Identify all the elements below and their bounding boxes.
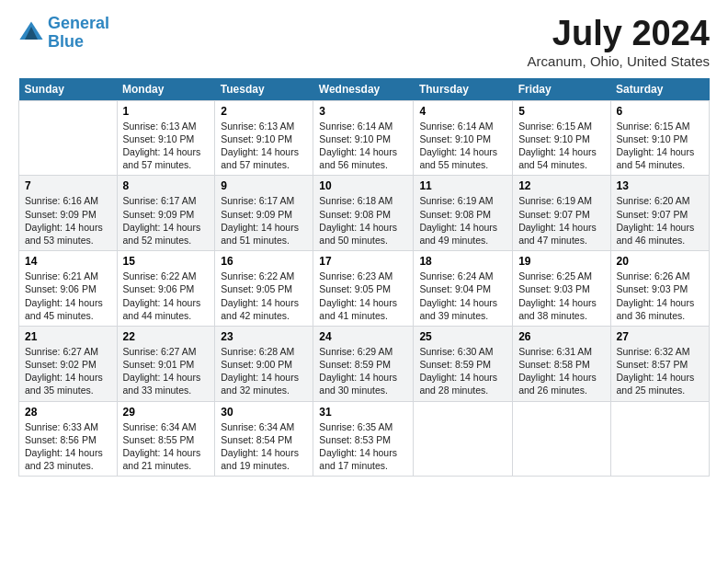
day-number: 1 — [123, 105, 210, 118]
logo-blue: Blue — [48, 32, 84, 51]
week-row-5: 28Sunrise: 6:33 AMSunset: 8:56 PMDayligh… — [19, 401, 710, 477]
day-number: 25 — [419, 330, 506, 343]
calendar-cell — [513, 401, 610, 477]
calendar-cell: 23Sunrise: 6:28 AMSunset: 9:00 PMDayligh… — [215, 326, 313, 401]
day-number: 18 — [419, 255, 506, 268]
calendar-cell: 25Sunrise: 6:30 AMSunset: 8:59 PMDayligh… — [414, 326, 513, 401]
day-number: 29 — [123, 406, 210, 419]
calendar-cell: 8Sunrise: 6:17 AMSunset: 9:09 PMDaylight… — [117, 176, 215, 251]
calendar-cell: 19Sunrise: 6:25 AMSunset: 9:03 PMDayligh… — [513, 251, 610, 327]
cell-info: Sunrise: 6:16 AMSunset: 9:09 PMDaylight:… — [25, 195, 103, 246]
day-number: 24 — [319, 330, 407, 343]
header-row: SundayMondayTuesdayWednesdayThursdayFrid… — [19, 78, 710, 101]
cell-info: Sunrise: 6:22 AMSunset: 9:05 PMDaylight:… — [221, 270, 299, 321]
calendar-cell: 26Sunrise: 6:31 AMSunset: 8:58 PMDayligh… — [513, 326, 610, 401]
calendar-cell — [414, 401, 513, 477]
calendar-cell: 6Sunrise: 6:15 AMSunset: 9:10 PMDaylight… — [610, 100, 709, 176]
cell-info: Sunrise: 6:28 AMSunset: 9:00 PMDaylight:… — [221, 346, 299, 396]
header-day-friday: Friday — [513, 78, 610, 101]
day-number: 9 — [221, 179, 307, 192]
calendar-cell: 11Sunrise: 6:19 AMSunset: 9:08 PMDayligh… — [414, 176, 513, 251]
calendar-cell: 29Sunrise: 6:34 AMSunset: 8:55 PMDayligh… — [117, 401, 215, 477]
calendar-cell: 13Sunrise: 6:20 AMSunset: 9:07 PMDayligh… — [610, 176, 709, 251]
calendar-cell: 1Sunrise: 6:13 AMSunset: 9:10 PMDaylight… — [117, 100, 215, 176]
calendar-cell: 5Sunrise: 6:15 AMSunset: 9:10 PMDaylight… — [513, 100, 610, 176]
calendar-cell: 4Sunrise: 6:14 AMSunset: 9:10 PMDaylight… — [414, 100, 513, 176]
calendar-cell: 30Sunrise: 6:34 AMSunset: 8:54 PMDayligh… — [215, 401, 313, 477]
calendar-cell: 12Sunrise: 6:19 AMSunset: 9:07 PMDayligh… — [513, 176, 610, 251]
logo-text: General Blue — [48, 15, 109, 52]
calendar-cell: 18Sunrise: 6:24 AMSunset: 9:04 PMDayligh… — [414, 251, 513, 327]
calendar-cell — [19, 100, 118, 176]
day-number: 10 — [319, 179, 407, 192]
cell-info: Sunrise: 6:29 AMSunset: 8:59 PMDaylight:… — [319, 346, 397, 396]
cell-info: Sunrise: 6:27 AMSunset: 9:01 PMDaylight:… — [123, 346, 201, 396]
day-number: 15 — [123, 255, 210, 268]
cell-info: Sunrise: 6:18 AMSunset: 9:08 PMDaylight:… — [319, 195, 397, 246]
header: General Blue July 2024 Arcanum, Ohio, Un… — [18, 15, 710, 69]
calendar-cell — [610, 401, 709, 477]
logo-general: General — [48, 14, 109, 32]
cell-info: Sunrise: 6:14 AMSunset: 9:10 PMDaylight:… — [319, 121, 397, 171]
cell-info: Sunrise: 6:34 AMSunset: 8:54 PMDaylight:… — [221, 421, 299, 472]
day-number: 31 — [319, 406, 407, 419]
calendar-header: SundayMondayTuesdayWednesdayThursdayFrid… — [19, 78, 710, 101]
day-number: 11 — [419, 179, 506, 192]
cell-info: Sunrise: 6:21 AMSunset: 9:06 PMDaylight:… — [25, 270, 103, 321]
header-day-monday: Monday — [117, 78, 215, 101]
day-number: 28 — [25, 406, 111, 419]
day-number: 3 — [319, 105, 407, 118]
cell-info: Sunrise: 6:22 AMSunset: 9:06 PMDaylight:… — [123, 270, 201, 321]
day-number: 17 — [319, 255, 407, 268]
calendar-cell: 3Sunrise: 6:14 AMSunset: 9:10 PMDaylight… — [313, 100, 414, 176]
calendar-cell: 17Sunrise: 6:23 AMSunset: 9:05 PMDayligh… — [313, 251, 414, 327]
cell-info: Sunrise: 6:19 AMSunset: 9:08 PMDaylight:… — [419, 195, 497, 246]
cell-info: Sunrise: 6:23 AMSunset: 9:05 PMDaylight:… — [319, 270, 397, 321]
day-number: 13 — [617, 179, 703, 192]
cell-info: Sunrise: 6:20 AMSunset: 9:07 PMDaylight:… — [617, 195, 695, 246]
day-number: 7 — [25, 179, 111, 192]
logo: General Blue — [18, 15, 109, 52]
day-number: 5 — [518, 105, 604, 118]
calendar-cell: 2Sunrise: 6:13 AMSunset: 9:10 PMDaylight… — [215, 100, 313, 176]
cell-info: Sunrise: 6:34 AMSunset: 8:55 PMDaylight:… — [123, 421, 201, 472]
calendar-cell: 14Sunrise: 6:21 AMSunset: 9:06 PMDayligh… — [19, 251, 118, 327]
calendar-body: 1Sunrise: 6:13 AMSunset: 9:10 PMDaylight… — [19, 100, 710, 476]
logo-icon — [18, 20, 44, 46]
day-number: 6 — [617, 105, 703, 118]
header-day-thursday: Thursday — [414, 78, 513, 101]
page-container: General Blue July 2024 Arcanum, Ohio, Un… — [0, 0, 728, 486]
header-day-wednesday: Wednesday — [313, 78, 414, 101]
calendar-table: SundayMondayTuesdayWednesdayThursdayFrid… — [18, 78, 710, 477]
day-number: 30 — [221, 406, 307, 419]
cell-info: Sunrise: 6:26 AMSunset: 9:03 PMDaylight:… — [617, 270, 695, 321]
subtitle: Arcanum, Ohio, United States — [528, 53, 710, 69]
calendar-cell: 10Sunrise: 6:18 AMSunset: 9:08 PMDayligh… — [313, 176, 414, 251]
cell-info: Sunrise: 6:14 AMSunset: 9:10 PMDaylight:… — [419, 121, 497, 171]
week-row-4: 21Sunrise: 6:27 AMSunset: 9:02 PMDayligh… — [19, 326, 710, 401]
day-number: 21 — [25, 330, 111, 343]
calendar-cell: 20Sunrise: 6:26 AMSunset: 9:03 PMDayligh… — [610, 251, 709, 327]
cell-info: Sunrise: 6:15 AMSunset: 9:10 PMDaylight:… — [518, 121, 597, 171]
cell-info: Sunrise: 6:35 AMSunset: 8:53 PMDaylight:… — [319, 421, 397, 472]
day-number: 22 — [123, 330, 210, 343]
cell-info: Sunrise: 6:19 AMSunset: 9:07 PMDaylight:… — [518, 195, 597, 246]
cell-info: Sunrise: 6:17 AMSunset: 9:09 PMDaylight:… — [221, 195, 299, 246]
day-number: 19 — [518, 255, 604, 268]
calendar-cell: 24Sunrise: 6:29 AMSunset: 8:59 PMDayligh… — [313, 326, 414, 401]
cell-info: Sunrise: 6:13 AMSunset: 9:10 PMDaylight:… — [221, 121, 299, 171]
week-row-2: 7Sunrise: 6:16 AMSunset: 9:09 PMDaylight… — [19, 176, 710, 251]
day-number: 2 — [221, 105, 307, 118]
calendar-cell: 22Sunrise: 6:27 AMSunset: 9:01 PMDayligh… — [117, 326, 215, 401]
day-number: 27 — [617, 330, 703, 343]
header-day-sunday: Sunday — [19, 78, 118, 101]
calendar-cell: 15Sunrise: 6:22 AMSunset: 9:06 PMDayligh… — [117, 251, 215, 327]
cell-info: Sunrise: 6:30 AMSunset: 8:59 PMDaylight:… — [419, 346, 497, 396]
day-number: 16 — [221, 255, 307, 268]
calendar-cell: 31Sunrise: 6:35 AMSunset: 8:53 PMDayligh… — [313, 401, 414, 477]
calendar-cell: 28Sunrise: 6:33 AMSunset: 8:56 PMDayligh… — [19, 401, 118, 477]
calendar-cell: 7Sunrise: 6:16 AMSunset: 9:09 PMDaylight… — [19, 176, 118, 251]
cell-info: Sunrise: 6:13 AMSunset: 9:10 PMDaylight:… — [123, 121, 201, 171]
cell-info: Sunrise: 6:27 AMSunset: 9:02 PMDaylight:… — [25, 346, 103, 396]
title-block: July 2024 Arcanum, Ohio, United States — [528, 15, 710, 69]
